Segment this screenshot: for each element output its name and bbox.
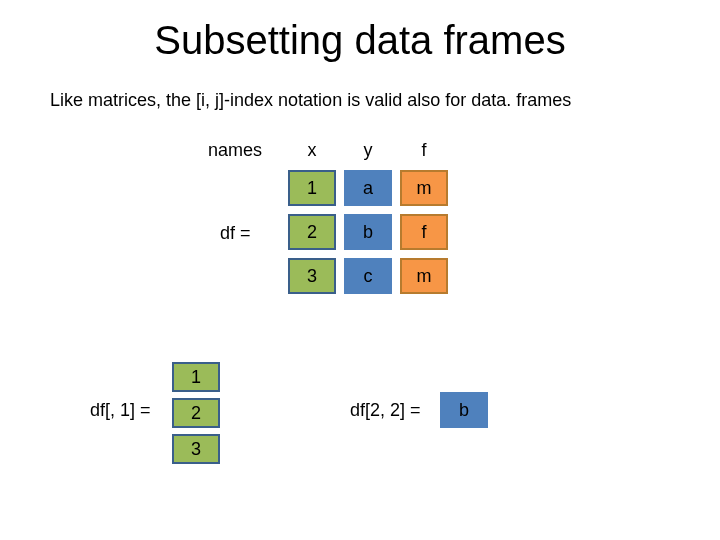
slide: Subsetting data frames Like matrices, th… bbox=[0, 0, 720, 540]
page-title: Subsetting data frames bbox=[0, 18, 720, 63]
df-cell-3-x: 3 bbox=[288, 258, 336, 294]
page-subtitle: Like matrices, the [i, j]-index notation… bbox=[50, 90, 571, 111]
col1-cell-1: 1 bbox=[172, 362, 220, 392]
df-cell-1-y: a bbox=[344, 170, 392, 206]
label-names: names bbox=[208, 140, 262, 161]
label-df-22-eq: df[2, 2] = bbox=[350, 400, 421, 421]
df-cell-3-y: c bbox=[344, 258, 392, 294]
df-cell-2-x: 2 bbox=[288, 214, 336, 250]
header-x: x bbox=[288, 140, 336, 161]
df-cell-1-x: 1 bbox=[288, 170, 336, 206]
col1-cell-2: 2 bbox=[172, 398, 220, 428]
result-22-cell: b bbox=[440, 392, 488, 428]
label-df-col1-eq: df[, 1] = bbox=[90, 400, 151, 421]
df-cell-2-y: b bbox=[344, 214, 392, 250]
df-cell-2-f: f bbox=[400, 214, 448, 250]
df-cell-1-f: m bbox=[400, 170, 448, 206]
header-y: y bbox=[344, 140, 392, 161]
header-f: f bbox=[400, 140, 448, 161]
label-df-eq: df = bbox=[220, 223, 251, 244]
col1-cell-3: 3 bbox=[172, 434, 220, 464]
df-cell-3-f: m bbox=[400, 258, 448, 294]
